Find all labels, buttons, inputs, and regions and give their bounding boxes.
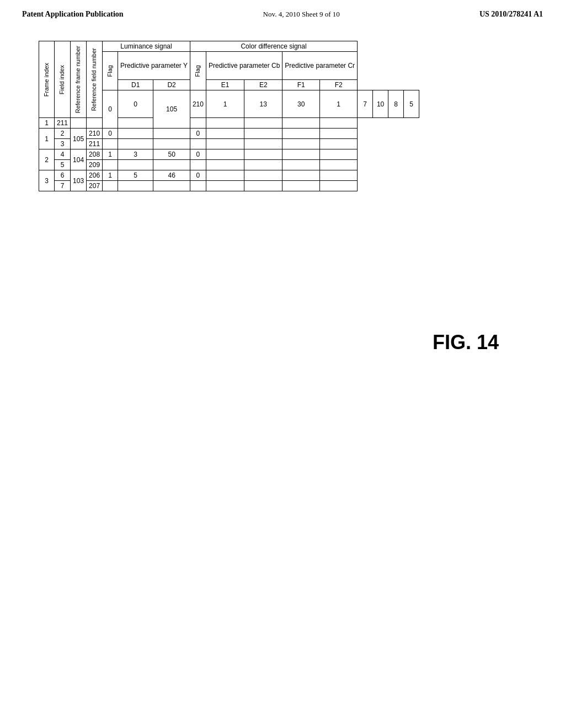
cr-f2-row4 bbox=[320, 149, 358, 160]
col-predictive-cr-header: Predictive parameter Cr bbox=[282, 52, 358, 80]
patent-number-label: US 2010/278241 A1 bbox=[479, 10, 543, 19]
ref-field-208: 208 bbox=[87, 149, 103, 160]
cr-f1-row3 bbox=[282, 139, 320, 149]
lum-d1-row6: 5 bbox=[118, 170, 153, 181]
field-2: 2 bbox=[55, 129, 71, 139]
publication-label: Patent Application Publication bbox=[22, 10, 124, 19]
col-flag-row6: 0 bbox=[190, 170, 206, 181]
ref-frame-105-a: 105 bbox=[153, 90, 190, 128]
col-e1-row3 bbox=[206, 139, 244, 149]
col-flag-row7 bbox=[190, 181, 206, 191]
col-e2-row7 bbox=[244, 181, 282, 191]
col-flag-row2: 0 bbox=[190, 129, 206, 139]
field-index-header: Field index bbox=[55, 41, 71, 118]
col-flag-row1 bbox=[190, 118, 206, 129]
ref-frame-header: Reference frame number bbox=[71, 41, 87, 118]
table-row: 1 2 105 210 0 0 bbox=[39, 129, 419, 139]
cr-f2-row3 bbox=[320, 139, 358, 149]
lum-d1-row4: 3 bbox=[118, 149, 153, 160]
col-flag-row4: 0 bbox=[190, 149, 206, 160]
color-diff-signal-header: Color difference signal bbox=[190, 41, 357, 52]
lum-flag-row1 bbox=[71, 118, 87, 129]
data-table-container: Frame index Field index Reference frame … bbox=[39, 41, 419, 191]
field-4: 4 bbox=[55, 149, 71, 160]
field-0: 0 bbox=[118, 90, 153, 117]
col-e2-header: E2 bbox=[244, 79, 282, 90]
field-7: 7 bbox=[55, 181, 71, 191]
date-sheet-label: Nov. 4, 2010 Sheet 9 of 10 bbox=[263, 10, 340, 19]
cr-f2-row7 bbox=[320, 181, 358, 191]
field-3: 3 bbox=[55, 139, 71, 149]
col-flag-header: Flag bbox=[190, 52, 206, 90]
col-e1-row4 bbox=[206, 149, 244, 160]
col-e2-row6 bbox=[244, 170, 282, 181]
cr-f1-row6 bbox=[282, 170, 320, 181]
lum-d1-row3 bbox=[118, 139, 153, 149]
luminance-signal-header: Luminance signal bbox=[103, 41, 190, 52]
col-e2-row1 bbox=[244, 118, 282, 129]
ref-field-207: 207 bbox=[87, 181, 103, 191]
col-predictive-cb-header: Predictive parameter Cb bbox=[206, 52, 282, 80]
field-5: 5 bbox=[55, 160, 71, 170]
cr-f2-row6 bbox=[320, 170, 358, 181]
frame-0: 0 bbox=[103, 90, 118, 128]
cr-f2-row2 bbox=[320, 129, 358, 139]
lum-d2-row2 bbox=[153, 129, 190, 139]
header-row-1: Frame index Field index Reference frame … bbox=[39, 41, 419, 52]
lum-d1-row2 bbox=[118, 129, 153, 139]
cr-f1-row2 bbox=[282, 129, 320, 139]
ref-field-header: Reference field number bbox=[87, 41, 103, 118]
col-e2-row2 bbox=[244, 129, 282, 139]
frame-1: 1 bbox=[39, 129, 55, 149]
col-e1-row0: 7 bbox=[358, 90, 373, 117]
lum-flag-row0: 1 bbox=[206, 90, 244, 117]
lum-d1-row7 bbox=[118, 181, 153, 191]
ref-field-209: 209 bbox=[87, 160, 103, 170]
cr-f1-row4 bbox=[282, 149, 320, 160]
lum-flag-header: Flag bbox=[103, 52, 118, 90]
cr-f2-row5 bbox=[320, 160, 358, 170]
lum-d2-row7 bbox=[153, 181, 190, 191]
cr-f1-header: F1 bbox=[282, 79, 320, 90]
ref-frame-105-b: 105 bbox=[71, 129, 87, 149]
lum-flag-row4: 1 bbox=[103, 149, 118, 160]
col-e1-row5 bbox=[206, 160, 244, 170]
lum-d1-row1 bbox=[87, 118, 103, 129]
table-row: 1 211 bbox=[39, 118, 419, 129]
frame-3: 3 bbox=[39, 170, 55, 191]
lum-flag-row7 bbox=[103, 181, 118, 191]
col-flag-row0: 1 bbox=[320, 90, 358, 117]
frame-2: 2 bbox=[39, 149, 55, 170]
ref-field-210b: 210 bbox=[87, 129, 103, 139]
col-e1-row7 bbox=[206, 181, 244, 191]
page-content: Frame index Field index Reference frame … bbox=[0, 24, 565, 202]
lum-d2-row5 bbox=[153, 160, 190, 170]
ref-frame-103: 103 bbox=[71, 170, 87, 191]
ref-field-211b: 211 bbox=[87, 139, 103, 149]
cr-f2-header: F2 bbox=[320, 79, 358, 90]
col-e1-row6 bbox=[206, 170, 244, 181]
ref-field-210: 210 bbox=[190, 90, 206, 117]
lum-d2-row6: 46 bbox=[153, 170, 190, 181]
col-flag-row5 bbox=[190, 160, 206, 170]
lum-d1-row5 bbox=[118, 160, 153, 170]
lum-d1-header: D1 bbox=[118, 79, 153, 90]
cr-f2-row0: 5 bbox=[404, 90, 419, 117]
table-row: 5 209 bbox=[39, 160, 419, 170]
figure-label: FIG. 14 bbox=[433, 331, 499, 354]
lum-d2-header: D2 bbox=[153, 79, 190, 90]
cr-f1-row0: 8 bbox=[388, 90, 404, 117]
lum-d2-row0: 30 bbox=[282, 90, 320, 117]
frame-index-header: Frame index bbox=[39, 41, 55, 118]
lum-d1-row0: 13 bbox=[244, 90, 282, 117]
ref-frame-104: 104 bbox=[71, 149, 87, 170]
cr-f2-row1 bbox=[320, 118, 358, 129]
col-flag-row3 bbox=[190, 139, 206, 149]
col-e1-header: E1 bbox=[206, 79, 244, 90]
lum-flag-row3 bbox=[103, 139, 118, 149]
lum-d2-row1 bbox=[118, 118, 153, 129]
col-e2-row0: 10 bbox=[373, 90, 388, 117]
lum-flag-row5 bbox=[103, 160, 118, 170]
lum-d2-row4: 50 bbox=[153, 149, 190, 160]
col-e1-row2 bbox=[206, 129, 244, 139]
